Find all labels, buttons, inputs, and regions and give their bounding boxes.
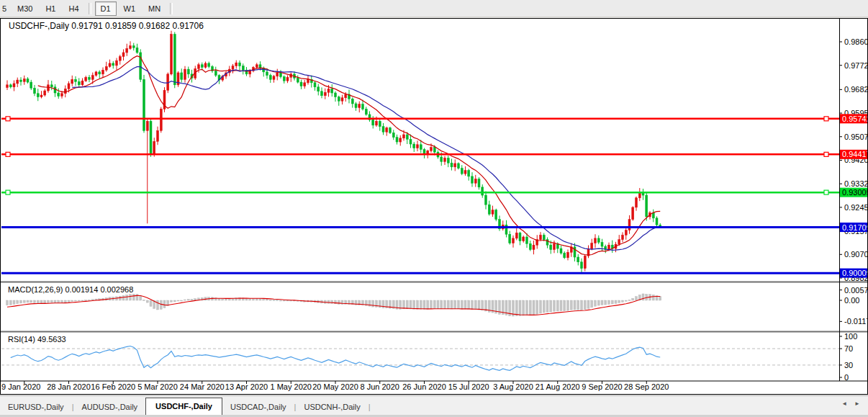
timeframe-button-m30[interactable]: M30: [12, 1, 38, 16]
tab-audusd[interactable]: AUDUSD-,Daily: [73, 399, 145, 416]
macd-histogram-bar: [160, 300, 162, 309]
macd-histogram-bar: [50, 300, 53, 302]
macd-histogram-bar: [6, 300, 9, 305]
hline-handle-left[interactable]: [6, 152, 10, 156]
candle-body: [564, 253, 566, 257]
candle-body: [540, 235, 542, 239]
candle-body: [6, 85, 9, 88]
macd-histogram-bar: [546, 300, 548, 312]
tab-scroll-left-icon[interactable]: ◄: [838, 399, 851, 408]
candle-body: [132, 46, 135, 48]
macd-histogram-bar: [471, 300, 474, 310]
candle-body: [324, 92, 326, 95]
macd-histogram-bar: [75, 300, 77, 301]
candle-body: [345, 94, 347, 98]
macd-histogram-bar: [515, 300, 517, 316]
candle-body: [379, 121, 381, 126]
macd-histogram-bar: [91, 300, 94, 300]
macd-histogram-bar: [556, 300, 559, 311]
candle-body: [447, 158, 449, 163]
timeframe-button-h4[interactable]: H4: [63, 1, 84, 16]
candle-body: [577, 257, 579, 262]
macd-histogram-bar: [632, 298, 634, 300]
candle-body: [406, 135, 408, 139]
candle-body: [464, 171, 466, 174]
macd-histogram-bar: [249, 299, 251, 300]
tab-usdchf[interactable]: USDCHF-,Daily: [145, 398, 222, 416]
candle-body: [30, 82, 32, 88]
candle-body: [440, 157, 443, 161]
hline-handle-right[interactable]: [824, 152, 828, 156]
candle-body: [71, 79, 73, 84]
candle-body: [54, 87, 56, 93]
chart-window[interactable]: 0.986000.977250.968250.959500.950750.942…: [0, 0, 868, 417]
candle-body: [595, 238, 597, 243]
macd-histogram-bar: [157, 300, 159, 310]
candle-body: [471, 176, 474, 183]
candle-body: [99, 72, 101, 74]
candle-body: [420, 145, 422, 150]
candle-body: [95, 72, 97, 76]
candle-body: [581, 262, 583, 269]
price-axis-label: 0.90700: [844, 250, 868, 259]
macd-histogram-bar: [581, 300, 583, 310]
hline-handle-left[interactable]: [6, 190, 10, 194]
candle-body: [492, 210, 494, 215]
tab-eurusd[interactable]: EURUSD-,Daily: [0, 399, 72, 416]
macd-histogram-bar: [20, 300, 22, 303]
candle-body: [249, 71, 251, 73]
timeframe-button-mn[interactable]: MN: [143, 1, 166, 16]
candle-body: [444, 158, 446, 161]
price-badge-label: 0.90009: [842, 269, 868, 277]
macd-histogram-bar: [628, 300, 630, 300]
tab-usdcad[interactable]: USDCAD-,Daily: [222, 399, 294, 416]
candle-body: [105, 66, 107, 70]
candle-body: [335, 93, 337, 97]
macd-histogram-bar: [40, 300, 42, 303]
tab-scroll-right-icon[interactable]: ►: [851, 399, 864, 408]
candle-body: [376, 121, 378, 125]
chart-background[interactable]: [0, 18, 868, 395]
hline-handle-left[interactable]: [6, 117, 10, 121]
hline-handle-right[interactable]: [824, 117, 828, 121]
macd-histogram-bar: [283, 300, 285, 301]
timeframe-toolbar: 5M30H1H4D1W1MN: [0, 0, 868, 17]
macd-histogram-bar: [642, 294, 644, 300]
price-badge-label: 0.93005: [842, 188, 868, 197]
macd-histogram-bar: [177, 300, 179, 301]
candle-body: [20, 80, 22, 81]
macd-axis-label: 0.005744: [844, 286, 868, 295]
candle-body: [386, 128, 388, 133]
timeframe-button-w1[interactable]: W1: [118, 1, 142, 16]
timeframe-button-d1[interactable]: D1: [95, 1, 117, 16]
candle-body: [214, 71, 217, 75]
candle-body: [276, 73, 279, 76]
candle-body: [136, 48, 138, 53]
macd-histogram-bar: [423, 300, 425, 309]
candle-body: [636, 198, 638, 207]
candle-body: [317, 87, 320, 91]
timeframe-button-h1[interactable]: H1: [40, 1, 61, 16]
macd-histogram-bar: [269, 300, 271, 300]
candle-body: [44, 91, 46, 95]
macd-histogram-bar: [574, 300, 576, 310]
date-label: 28 Sep 2020: [624, 382, 669, 391]
candle-body: [550, 245, 552, 249]
macd-histogram-bar: [615, 300, 617, 303]
candle-body: [560, 248, 562, 253]
macd-histogram-bar: [474, 300, 476, 310]
tab-usdcnh[interactable]: USDCNH-,Daily: [296, 399, 368, 416]
macd-histogram-bar: [458, 300, 460, 309]
price-axis-label: 0.97725: [844, 61, 868, 70]
timeframe-button-5[interactable]: 5: [1, 1, 10, 16]
candle-body: [48, 85, 50, 91]
candle-body: [232, 66, 234, 69]
candle-body: [13, 84, 15, 87]
hline-handle-right[interactable]: [824, 190, 828, 194]
tab-scroll-arrows: ◄►: [838, 400, 864, 407]
macd-histogram-bar: [406, 300, 408, 309]
candle-body: [280, 73, 282, 77]
macd-histogram-bar: [540, 300, 542, 313]
macd-histogram-bar: [601, 300, 603, 305]
rsi-label: RSI(14) 49.5633: [8, 335, 66, 344]
